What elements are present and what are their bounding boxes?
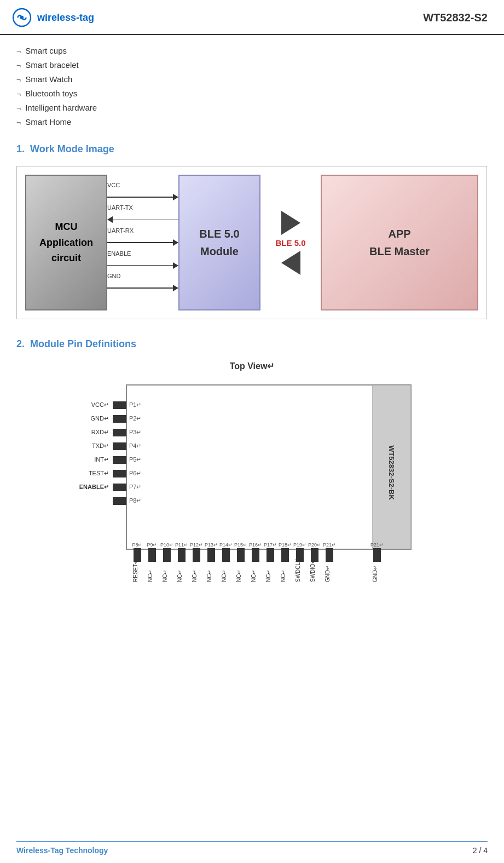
pin-diagram-svg: WT52832-S2-BK VCC↵ P1↵ GND↵ P2↵ RXD↵ P3↵… bbox=[61, 379, 444, 609]
svg-text:P7↵: P7↵ bbox=[129, 484, 141, 490]
list-item: ¬ Smart Home bbox=[16, 117, 488, 127]
uart-tx-label: UART-TX bbox=[107, 204, 133, 211]
wireless-tag-logo-icon bbox=[11, 7, 33, 28]
svg-text:NC↵: NC↵ bbox=[206, 570, 212, 582]
logo-text: wireless-tag bbox=[37, 12, 94, 24]
top-view-container: Top View↵ WT52832-S2-BK VCC↵ P1↵ GND↵ P2… bbox=[16, 361, 488, 609]
svg-text:SWDIO↵: SWDIO↵ bbox=[310, 559, 316, 582]
list-item: ¬ Bluetooth toys bbox=[16, 89, 488, 99]
gnd-signal: GND bbox=[107, 280, 178, 296]
bullet-icon: ¬ bbox=[16, 61, 21, 70]
svg-rect-5 bbox=[113, 401, 126, 409]
ble-module-box: BLE 5.0Module bbox=[178, 175, 260, 310]
svg-text:P10↵: P10↵ bbox=[160, 542, 173, 548]
uart-tx-line bbox=[113, 220, 178, 221]
application-list: ¬ Smart cups ¬ Smart bracelet ¬ Smart Wa… bbox=[16, 46, 488, 127]
svg-rect-20 bbox=[113, 470, 126, 477]
svg-text:NC↵: NC↵ bbox=[192, 570, 198, 582]
svg-text:P8↵: P8↵ bbox=[129, 497, 141, 504]
ble-wireless-arrows: BLE 5.0 bbox=[260, 175, 321, 310]
svg-text:P4↵: P4↵ bbox=[129, 442, 141, 449]
mcu-box: MCUApplicationcircuit bbox=[25, 175, 107, 310]
svg-rect-14 bbox=[113, 442, 126, 450]
list-item-text: Smart Home bbox=[25, 117, 71, 126]
svg-text:NC↵: NC↵ bbox=[221, 570, 227, 582]
enable-signal: ENABLE bbox=[107, 258, 178, 273]
signal-lines: VCC UART-TX UART-RX ENABLE bbox=[107, 175, 178, 310]
page-footer: Wireless-Tag Technology 2 / 4 bbox=[16, 841, 488, 855]
ble-arrow-left bbox=[281, 251, 300, 275]
svg-text:ENABLE↵: ENABLE↵ bbox=[79, 484, 108, 490]
svg-text:NC↵: NC↵ bbox=[162, 570, 168, 582]
svg-rect-23 bbox=[113, 484, 126, 491]
svg-text:P20↵: P20↵ bbox=[308, 542, 321, 548]
svg-rect-40 bbox=[222, 548, 230, 562]
svg-text:NC↵: NC↵ bbox=[265, 570, 271, 582]
footer-page: 2 / 4 bbox=[473, 846, 488, 855]
svg-text:NC↵: NC↵ bbox=[280, 570, 286, 582]
list-item: ¬ Smart cups bbox=[16, 46, 488, 56]
svg-text:P19↵: P19↵ bbox=[293, 542, 306, 548]
svg-text:P6↵: P6↵ bbox=[129, 470, 141, 476]
app-box: APPBLE Master bbox=[321, 175, 478, 310]
svg-point-1 bbox=[20, 16, 24, 19]
svg-rect-38 bbox=[207, 548, 215, 562]
ble-arrow-right bbox=[281, 211, 300, 235]
uart-rx-arrow bbox=[173, 239, 178, 246]
svg-text:P1↵: P1↵ bbox=[129, 401, 141, 408]
svg-text:NC↵: NC↵ bbox=[147, 570, 153, 582]
svg-rect-54 bbox=[326, 548, 333, 562]
svg-text:P21↵: P21↵ bbox=[322, 542, 335, 548]
svg-text:P18↵: P18↵ bbox=[278, 542, 291, 548]
vcc-line bbox=[107, 197, 173, 198]
svg-rect-44 bbox=[252, 548, 259, 562]
svg-text:P14↵: P14↵ bbox=[219, 542, 232, 548]
gnd-label: GND bbox=[107, 273, 120, 279]
uart-tx-signal: UART-TX bbox=[107, 212, 178, 227]
svg-text:P8↵: P8↵ bbox=[132, 542, 142, 548]
svg-rect-26 bbox=[113, 497, 126, 505]
svg-text:TEST↵: TEST↵ bbox=[88, 470, 108, 476]
svg-text:GND↵: GND↵ bbox=[90, 415, 108, 422]
footer-company: Wireless-Tag Technology bbox=[16, 846, 108, 855]
gnd-arrow bbox=[173, 285, 178, 291]
bullet-icon: ¬ bbox=[16, 76, 21, 84]
svg-rect-36 bbox=[193, 548, 200, 562]
top-view-title: Top View↵ bbox=[230, 361, 275, 371]
vcc-signal: VCC bbox=[107, 189, 178, 205]
list-item-text: Intelligent hardware bbox=[25, 103, 97, 112]
svg-rect-42 bbox=[237, 548, 245, 562]
uart-rx-line bbox=[107, 242, 173, 243]
list-item: ¬ Smart Watch bbox=[16, 74, 488, 84]
work-mode-diagram: MCUApplicationcircuit VCC UART-TX UART-R… bbox=[16, 166, 487, 319]
svg-text:VCC↵: VCC↵ bbox=[91, 401, 108, 408]
svg-text:P5↵: P5↵ bbox=[129, 456, 141, 463]
svg-text:NC↵: NC↵ bbox=[177, 570, 183, 582]
svg-text:P3↵: P3↵ bbox=[129, 429, 141, 435]
section1-heading: 1. Work Mode Image bbox=[16, 143, 488, 155]
gnd-line bbox=[107, 287, 173, 289]
svg-text:NC↵: NC↵ bbox=[251, 570, 257, 582]
list-item-text: Smart bracelet bbox=[25, 60, 79, 70]
svg-text:P11↵: P11↵ bbox=[175, 542, 188, 548]
svg-rect-32 bbox=[163, 548, 171, 562]
ble-wireless-label: BLE 5.0 bbox=[275, 238, 305, 248]
list-item-text: Smart cups bbox=[25, 46, 67, 55]
bullet-icon: ¬ bbox=[16, 118, 21, 127]
section2-heading: 2. Module Pin Definitions bbox=[16, 338, 488, 350]
bullet-icon: ¬ bbox=[16, 90, 21, 99]
section2-number: 2. bbox=[16, 338, 25, 349]
vcc-label: VCC bbox=[107, 182, 120, 188]
svg-rect-46 bbox=[267, 548, 274, 562]
uart-rx-label: UART-RX bbox=[107, 227, 134, 234]
svg-text:RESET↵: RESET↵ bbox=[132, 560, 138, 582]
svg-text:RXD↵: RXD↵ bbox=[91, 429, 108, 435]
svg-text:P15↵: P15↵ bbox=[234, 542, 247, 548]
list-item-text: Smart Watch bbox=[25, 74, 72, 84]
svg-rect-8 bbox=[113, 415, 126, 423]
svg-rect-56 bbox=[373, 548, 381, 562]
section2-title: Module Pin Definitions bbox=[30, 338, 136, 349]
section1-title: Work Mode Image bbox=[30, 143, 114, 154]
page-header: wireless-tag WT52832-S2 bbox=[0, 0, 504, 35]
enable-label: ENABLE bbox=[107, 250, 131, 257]
